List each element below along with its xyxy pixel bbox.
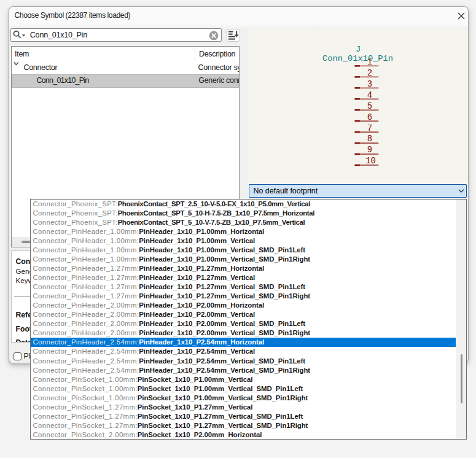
svg-text:4: 4 xyxy=(367,91,372,100)
svg-text:1: 1 xyxy=(367,58,372,67)
svg-text:3: 3 xyxy=(367,80,372,89)
svg-text:5: 5 xyxy=(367,102,372,111)
svg-text:8: 8 xyxy=(367,134,372,144)
svg-text:10: 10 xyxy=(365,157,376,166)
svg-text:J: J xyxy=(356,45,361,54)
svg-text:9: 9 xyxy=(367,146,372,155)
svg-text:6: 6 xyxy=(367,113,372,122)
svg-text:7: 7 xyxy=(367,124,372,133)
svg-text:Conn_01x10_Pin: Conn_01x10_Pin xyxy=(322,54,393,63)
svg-text:2: 2 xyxy=(367,69,372,78)
